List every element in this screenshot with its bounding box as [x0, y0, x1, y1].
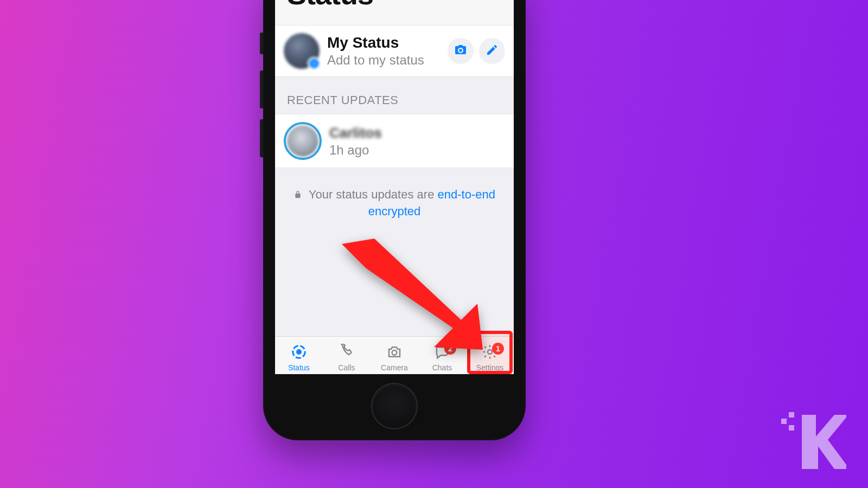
- home-button[interactable]: [372, 384, 417, 428]
- settings-badge: 1: [492, 343, 504, 355]
- my-status-avatar[interactable]: [284, 33, 320, 69]
- lock-icon: [293, 187, 302, 203]
- tab-label: Settings: [476, 363, 504, 372]
- tab-settings[interactable]: 1 Settings: [468, 344, 512, 372]
- tab-chats[interactable]: 2 Chats: [420, 344, 464, 372]
- svg-rect-6: [789, 412, 794, 418]
- contact-name: Carlitos: [329, 125, 382, 142]
- phone-icon: [339, 344, 355, 362]
- page-title: Status: [287, 0, 502, 11]
- camera-icon: [386, 344, 403, 362]
- encryption-note: Your status updates are end-to-end encry…: [275, 187, 514, 220]
- my-status-text: My Status Add to my status: [327, 34, 442, 68]
- my-status-subtitle: Add to my status: [327, 53, 442, 68]
- my-status-row[interactable]: My Status Add to my status: [275, 25, 514, 77]
- encryption-note-text: Your status updates are: [309, 188, 438, 201]
- phone-side-button: [260, 119, 263, 157]
- tab-label: Camera: [381, 363, 408, 372]
- svg-point-1: [296, 349, 302, 355]
- background: Status My Status Add to my status: [0, 0, 868, 488]
- phone-side-button: [260, 70, 263, 108]
- status-timestamp: 1h ago: [329, 143, 382, 158]
- svg-point-3: [488, 350, 492, 354]
- status-camera-button[interactable]: [448, 38, 474, 64]
- status-header: Status: [275, 0, 514, 25]
- tab-label: Status: [288, 363, 310, 372]
- my-status-title: My Status: [327, 34, 442, 52]
- camera-icon: [454, 43, 467, 59]
- tab-bar: Status Calls Camera: [275, 336, 514, 374]
- svg-point-2: [392, 350, 397, 355]
- add-status-plus-icon: [308, 57, 321, 70]
- tab-camera[interactable]: Camera: [373, 344, 416, 372]
- tab-calls[interactable]: Calls: [325, 344, 368, 372]
- tab-label: Chats: [432, 363, 452, 372]
- tab-label: Calls: [338, 363, 355, 372]
- tab-status[interactable]: Status: [277, 344, 321, 372]
- chats-badge: 2: [444, 343, 456, 355]
- phone-side-button: [260, 33, 263, 54]
- status-update-row[interactable]: Carlitos 1h ago: [275, 114, 514, 168]
- recent-updates-header: RECENT UPDATES: [275, 77, 514, 114]
- svg-rect-5: [781, 419, 787, 424]
- phone-frame: Status My Status Add to my status: [263, 0, 526, 440]
- watermark-k-logo: [781, 412, 846, 472]
- status-compose-button[interactable]: [479, 38, 505, 64]
- svg-rect-7: [789, 425, 794, 431]
- pencil-icon: [486, 43, 499, 59]
- contact-avatar: [287, 125, 318, 157]
- status-tab-icon: [291, 344, 307, 362]
- phone-screen: Status My Status Add to my status: [275, 0, 514, 374]
- status-ring: [284, 122, 322, 160]
